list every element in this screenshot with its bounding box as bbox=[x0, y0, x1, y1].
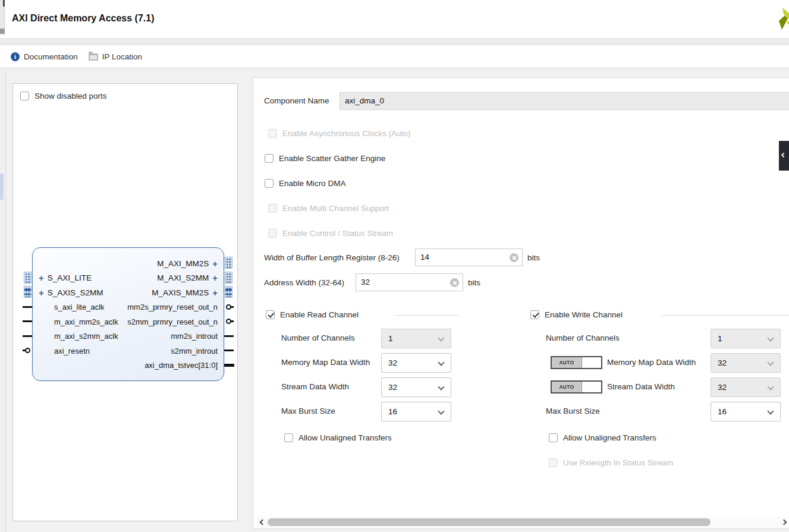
port-row: m_axi_mm2s_aclk s2mm_prmry_reset_out_n bbox=[39, 314, 218, 329]
port-s-axi-lite: + S_AXI_LITE bbox=[39, 273, 92, 282]
group-divider bbox=[662, 315, 789, 316]
scroll-right-icon[interactable] bbox=[781, 520, 787, 525]
port-m-axi-s2mm-aclk: m_axi_s2mm_aclk bbox=[54, 332, 118, 341]
port-s2mm-prmry-reset-out-n: s2mm_prmry_reset_out_n bbox=[127, 317, 218, 326]
interface-pin-icon bbox=[24, 286, 32, 298]
enable-micro-dma-label: Enable Micro DMA bbox=[279, 179, 346, 188]
read-mm-width-select[interactable]: 32 bbox=[381, 353, 451, 373]
title-bar: AXI Direct Memory Access (7.1) bbox=[0, 0, 789, 38]
expand-plus-icon[interactable]: + bbox=[39, 288, 44, 297]
write-num-channels-label: Number of Channels bbox=[546, 333, 620, 342]
page-title: AXI Direct Memory Access (7.1) bbox=[12, 13, 155, 24]
write-stream-width-auto-toggle[interactable]: AUTO bbox=[551, 380, 602, 394]
clear-icon[interactable] bbox=[510, 253, 518, 262]
enable-micro-dma-checkbox[interactable] bbox=[265, 179, 274, 188]
expand-plus-icon[interactable]: + bbox=[212, 273, 218, 282]
active-low-pin-icon bbox=[25, 348, 30, 353]
enable-async-clocks-checkbox bbox=[268, 129, 277, 138]
use-rxlength-checkbox bbox=[549, 458, 558, 467]
write-mm-width-label: Memory Map Data Width bbox=[607, 358, 696, 367]
active-low-pin-icon bbox=[226, 319, 231, 324]
enable-write-channel-row: Enable Write Channel bbox=[530, 310, 623, 319]
enable-control-status-label: Enable Control / Status Stream bbox=[282, 229, 393, 238]
auto-toggle-knob: AUTO bbox=[552, 382, 582, 392]
port-row: s_axi_lite_aclk mm2s_prmry_reset_out_n bbox=[39, 300, 218, 315]
port-row: axi_dma_tstvec[31:0] bbox=[39, 358, 218, 373]
write-max-burst-select[interactable]: 16 bbox=[711, 402, 781, 421]
read-allow-unaligned-checkbox[interactable] bbox=[284, 433, 293, 442]
active-low-pin-icon bbox=[226, 304, 231, 310]
expand-plus-icon[interactable]: + bbox=[39, 273, 44, 282]
read-max-burst-select[interactable]: 16 bbox=[381, 402, 451, 421]
write-num-channels-select: 1 bbox=[711, 329, 781, 348]
documentation-button[interactable]: Documentation bbox=[11, 52, 78, 61]
pin-stub bbox=[23, 335, 32, 337]
block-diagram-panel: Show disabled ports M_AXI_MM2S + bbox=[12, 83, 238, 521]
collapsed-panel-tab[interactable] bbox=[779, 141, 789, 171]
pin-stub bbox=[23, 306, 32, 308]
use-rxlength-row: Use Rxlength In Status Stream bbox=[549, 458, 673, 467]
read-allow-unaligned-label: Allow Unaligned Transfers bbox=[298, 433, 392, 442]
enable-write-channel-checkbox[interactable] bbox=[530, 310, 539, 319]
enable-scatter-gather-checkbox[interactable] bbox=[265, 154, 274, 163]
port-row: M_AXI_MM2S + bbox=[39, 256, 218, 271]
port-row: axi_resetn s2mm_introut bbox=[39, 344, 218, 358]
write-allow-unaligned-checkbox[interactable] bbox=[549, 433, 558, 442]
collapsed-side-rail bbox=[0, 69, 6, 532]
interface-pin-icon bbox=[225, 286, 232, 298]
clear-icon[interactable] bbox=[450, 278, 459, 287]
enable-write-channel-label: Enable Write Channel bbox=[545, 310, 623, 319]
expand-plus-icon[interactable]: + bbox=[212, 259, 218, 268]
read-max-burst-label: Max Burst Size bbox=[281, 407, 335, 415]
write-max-burst-label: Max Burst Size bbox=[546, 407, 600, 415]
port-m-axi-s2mm: M_AXI_S2MM + bbox=[157, 273, 218, 282]
show-disabled-ports-checkbox[interactable] bbox=[20, 92, 29, 100]
group-divider bbox=[395, 315, 458, 316]
bus-pin-stub bbox=[224, 364, 234, 367]
interface-pin-icon bbox=[24, 272, 32, 284]
buffer-length-input[interactable]: 14 bbox=[415, 248, 523, 266]
header-divider bbox=[0, 38, 789, 45]
component-name-input[interactable]: axi_dma_0 bbox=[340, 92, 789, 110]
read-stream-width-select[interactable]: 32 bbox=[381, 377, 451, 397]
read-num-channels-select: 1 bbox=[381, 329, 451, 348]
port-axi-resetn: axi_resetn bbox=[54, 347, 90, 355]
interface-pin-icon bbox=[225, 272, 232, 284]
expand-plus-icon[interactable]: + bbox=[212, 288, 218, 297]
write-mm-width-select: 32 bbox=[711, 353, 781, 373]
port-row: + S_AXI_LITE M_AXI_S2MM + bbox=[39, 271, 218, 286]
read-num-channels-label: Number of Channels bbox=[281, 333, 355, 342]
read-mm-width-label: Memory Map Data Width bbox=[281, 358, 370, 367]
read-allow-unaligned-row: Allow Unaligned Transfers bbox=[284, 433, 392, 442]
pin-stub bbox=[23, 320, 32, 322]
port-m-axi-mm2s-aclk: m_axi_mm2s_aclk bbox=[54, 317, 118, 326]
pin-stub bbox=[224, 350, 234, 351]
scrollbar-thumb[interactable] bbox=[268, 518, 711, 526]
option-row: Enable Micro DMA bbox=[265, 179, 346, 188]
option-row: Enable Asynchronous Clocks (Auto) bbox=[268, 129, 410, 138]
port-axi-dma-tstvec: axi_dma_tstvec[31:0] bbox=[144, 361, 218, 370]
write-mm-width-auto-toggle[interactable]: AUTO bbox=[551, 356, 602, 369]
interface-pin-icon bbox=[225, 257, 232, 269]
ip-location-label: IP Location bbox=[102, 52, 142, 61]
option-row: Enable Multi Channel Support bbox=[268, 204, 389, 213]
option-row: Enable Control / Status Stream bbox=[268, 229, 393, 238]
port-s-axis-s2mm: + S_AXIS_S2MM bbox=[39, 288, 103, 297]
buffer-length-unit: bits bbox=[527, 253, 540, 262]
port-mm2s-prmry-reset-out-n: mm2s_prmry_reset_out_n bbox=[127, 303, 218, 311]
chevron-left-icon bbox=[781, 153, 786, 158]
enable-read-channel-row: Enable Read Channel bbox=[266, 310, 359, 319]
component-name-label: Component Name bbox=[264, 96, 329, 105]
horizontal-scrollbar[interactable] bbox=[257, 517, 786, 528]
address-width-input[interactable]: 32 bbox=[356, 273, 463, 291]
scroll-left-icon[interactable] bbox=[260, 520, 266, 525]
pin-stub bbox=[224, 335, 234, 337]
option-row: Enable Scatter Gather Engine bbox=[265, 154, 385, 163]
ip-location-button[interactable]: IP Location bbox=[89, 52, 142, 61]
xilinx-logo bbox=[777, 8, 789, 32]
window-edge-mark bbox=[0, 29, 5, 34]
enable-read-channel-checkbox[interactable] bbox=[266, 310, 275, 319]
enable-control-status-checkbox bbox=[268, 229, 277, 238]
read-stream-width-label: Stream Data Width bbox=[281, 382, 349, 391]
info-icon bbox=[11, 52, 20, 61]
